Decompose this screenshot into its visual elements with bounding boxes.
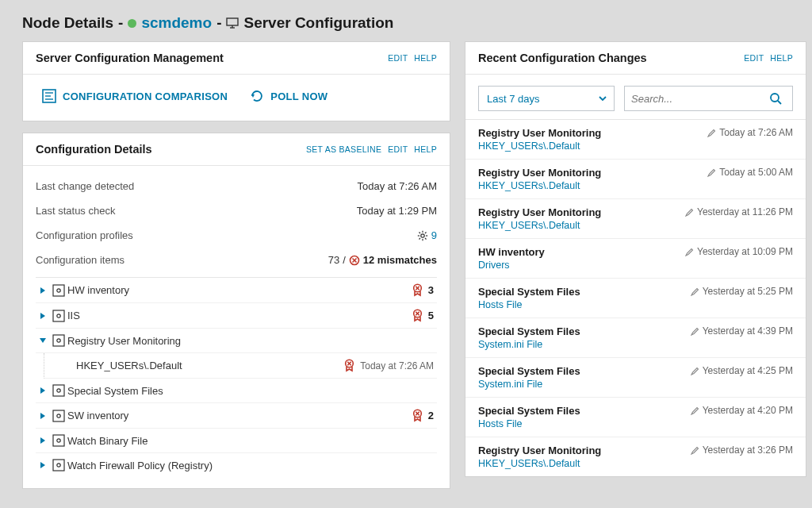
svg-rect-39 bbox=[53, 385, 64, 396]
poll-now-button[interactable]: POLL NOW bbox=[250, 89, 327, 103]
edit-link[interactable]: EDIT bbox=[388, 144, 408, 154]
change-sublink[interactable]: Drivers bbox=[478, 260, 545, 271]
change-timestamp: Yesterday at 4:39 PM bbox=[703, 325, 793, 337]
change-sublink[interactable]: Hosts File bbox=[478, 418, 580, 429]
help-link[interactable]: HELP bbox=[770, 53, 793, 63]
tree-child-timestamp: Today at 7:26 AM bbox=[360, 360, 434, 371]
search-icon[interactable] bbox=[765, 91, 786, 106]
tree-label: IIS bbox=[67, 310, 412, 321]
svg-rect-42 bbox=[53, 410, 64, 421]
search-input[interactable] bbox=[631, 93, 765, 105]
tree-row[interactable]: SW inventory2 bbox=[36, 403, 437, 429]
change-item[interactable]: HW inventoryDriversYesterday at 10:09 PM bbox=[465, 239, 806, 279]
caret-icon bbox=[36, 437, 50, 444]
profile-icon bbox=[50, 284, 67, 297]
change-item[interactable]: Special System FilesSystem.ini FileYeste… bbox=[465, 318, 806, 358]
change-title: Special System Files bbox=[478, 405, 580, 417]
row-last-check: Last status check Today at 1:29 PM bbox=[36, 198, 437, 223]
items-count: 73 bbox=[328, 254, 339, 266]
mismatch-text: 12 mismatches bbox=[363, 254, 437, 266]
row-items: Configuration items 73 / 12 mismatches bbox=[36, 248, 437, 272]
svg-marker-38 bbox=[40, 387, 45, 394]
tree-row[interactable]: HW inventory3 bbox=[36, 278, 437, 303]
time-range-select[interactable]: Last 7 days bbox=[478, 86, 615, 111]
change-title: HW inventory bbox=[478, 246, 545, 258]
svg-marker-7 bbox=[251, 94, 255, 98]
mismatch-count: 2 bbox=[428, 410, 434, 421]
change-sublink[interactable]: System.ini File bbox=[478, 339, 580, 350]
mismatch-badge-icon bbox=[412, 283, 423, 297]
tree-row[interactable]: Watch Binary File bbox=[36, 429, 437, 453]
svg-point-53 bbox=[771, 94, 779, 102]
kv-label: Configuration profiles bbox=[36, 229, 133, 241]
change-sublink[interactable]: System.ini File bbox=[478, 379, 580, 390]
help-link[interactable]: HELP bbox=[414, 53, 437, 63]
mismatch-badge-icon bbox=[412, 309, 423, 322]
change-sublink[interactable]: HKEY_USERs\.Default bbox=[478, 220, 601, 231]
mismatch-count: 5 bbox=[428, 310, 434, 321]
svg-rect-0 bbox=[227, 18, 238, 25]
row-profiles: Configuration profiles 9 bbox=[36, 223, 437, 248]
items-sep: / bbox=[343, 254, 346, 266]
svg-rect-51 bbox=[53, 460, 64, 471]
change-sublink[interactable]: HKEY_USERs\.Default bbox=[478, 458, 601, 469]
pencil-icon bbox=[691, 367, 699, 375]
tree-label: SW inventory bbox=[67, 410, 412, 421]
row-last-change: Last change detected Today at 7:26 AM bbox=[36, 174, 437, 198]
profiles-count-link[interactable]: 9 bbox=[431, 229, 437, 241]
change-title: Special System Files bbox=[478, 365, 580, 377]
change-sublink[interactable]: HKEY_USERs\.Default bbox=[478, 140, 601, 152]
change-item[interactable]: Special System FilesHosts FileYesterday … bbox=[465, 279, 806, 318]
change-item[interactable]: Registry User MonitoringHKEY_USERs\.Defa… bbox=[465, 437, 806, 476]
node-link[interactable]: scmdemo bbox=[141, 14, 212, 32]
tree-row[interactable]: Watch Firewall Policy (Registry) bbox=[36, 453, 437, 477]
tree-label: Watch Binary File bbox=[67, 435, 434, 447]
change-sublink[interactable]: HKEY_USERs\.Default bbox=[478, 180, 601, 191]
change-title: Registry User Monitoring bbox=[478, 206, 601, 218]
profile-icon bbox=[50, 334, 67, 347]
pencil-icon bbox=[691, 327, 699, 336]
change-item[interactable]: Registry User MonitoringHKEY_USERs\.Defa… bbox=[465, 199, 806, 239]
change-timestamp: Yesterday at 4:20 PM bbox=[703, 405, 793, 416]
change-timestamp: Yesterday at 4:25 PM bbox=[703, 365, 793, 376]
change-item[interactable]: Registry User MonitoringHKEY_USERs\.Defa… bbox=[465, 120, 806, 160]
change-item[interactable]: Special System FilesSystem.ini FileYeste… bbox=[465, 358, 806, 398]
tree-row[interactable]: IIS5 bbox=[36, 303, 437, 329]
caret-icon bbox=[36, 412, 50, 420]
change-timestamp: Yesterday at 10:09 PM bbox=[697, 246, 793, 257]
svg-line-16 bbox=[419, 238, 420, 240]
svg-rect-21 bbox=[53, 285, 64, 296]
help-link[interactable]: HELP bbox=[414, 144, 437, 154]
set-baseline-link[interactable]: SET AS BASELINE bbox=[306, 144, 381, 154]
edit-link[interactable]: EDIT bbox=[388, 53, 408, 63]
tree-row[interactable]: Registry User Monitoring bbox=[36, 329, 437, 353]
svg-point-52 bbox=[57, 464, 60, 467]
svg-rect-27 bbox=[53, 310, 64, 321]
svg-rect-48 bbox=[53, 435, 64, 446]
change-title: Special System Files bbox=[478, 286, 580, 298]
profile-icon bbox=[50, 434, 67, 447]
pencil-icon bbox=[691, 446, 699, 455]
caret-icon bbox=[36, 387, 50, 394]
pencil-icon bbox=[707, 168, 716, 177]
tree-child-row[interactable]: HKEY_USERs\.DefaultToday at 7:26 AM bbox=[44, 353, 437, 379]
pencil-icon bbox=[691, 287, 699, 296]
tree-child-label: HKEY_USERs\.Default bbox=[76, 360, 343, 371]
kv-label: Last change detected bbox=[36, 180, 134, 192]
change-timestamp: Yesterday at 11:26 PM bbox=[697, 206, 793, 217]
configuration-comparison-button[interactable]: CONFIGURATION COMPARISON bbox=[42, 89, 228, 103]
change-item[interactable]: Registry User MonitoringHKEY_USERs\.Defa… bbox=[465, 160, 806, 199]
title-sep2: - bbox=[216, 14, 221, 32]
mismatch-icon bbox=[349, 255, 360, 266]
change-sublink[interactable]: Hosts File bbox=[478, 299, 580, 310]
svg-marker-47 bbox=[40, 437, 45, 444]
tree-label: Registry User Monitoring bbox=[67, 335, 434, 347]
svg-marker-26 bbox=[40, 313, 45, 319]
search-box bbox=[624, 86, 793, 111]
edit-link[interactable]: EDIT bbox=[744, 53, 764, 63]
tree-row[interactable]: Special System Files bbox=[36, 379, 437, 403]
change-item[interactable]: Special System FilesHosts FileYesterday … bbox=[465, 398, 806, 437]
time-range-value: Last 7 days bbox=[487, 93, 540, 105]
chevron-down-icon bbox=[598, 94, 607, 103]
panel-header: Configuration Details SET AS BASELINE ED… bbox=[23, 133, 450, 166]
